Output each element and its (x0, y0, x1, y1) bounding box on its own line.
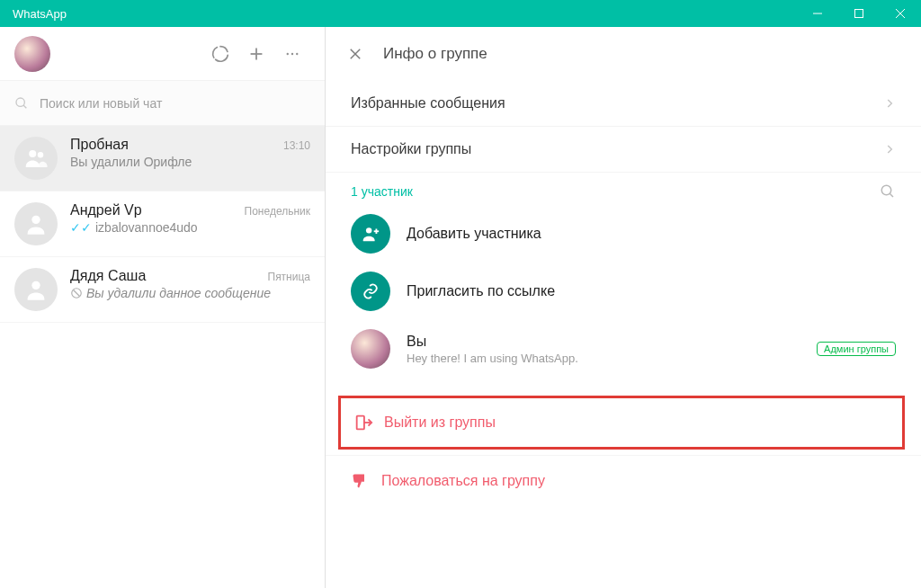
new-chat-icon[interactable] (238, 44, 274, 64)
sidebar-header (0, 27, 325, 81)
report-group-label: Пожаловаться на группу (381, 473, 545, 489)
titlebar: WhatsApp (0, 0, 921, 27)
close-window-button[interactable] (880, 0, 921, 27)
starred-messages-row[interactable]: Избранные сообщения (326, 81, 921, 126)
chat-name: Пробная (70, 137, 129, 153)
app-title: WhatsApp (13, 7, 67, 21)
chat-item[interactable]: Дядя Саша Пятница Вы удалили данное сооб… (0, 257, 325, 323)
svg-point-11 (29, 150, 36, 157)
window-controls (797, 0, 921, 27)
status-icon[interactable] (202, 45, 238, 63)
exit-group-row[interactable]: Выйти из группы (341, 398, 902, 447)
chat-time: Понедельник (245, 205, 310, 218)
current-user-avatar[interactable] (14, 36, 50, 72)
search-icon (14, 96, 40, 111)
chat-subtitle: Вы удалили данное сообщение (70, 286, 310, 300)
exit-group-highlight: Выйти из группы (338, 396, 905, 450)
group-settings-label: Настройки группы (351, 141, 471, 157)
chat-name: Андрей Vp (70, 202, 142, 218)
chat-item[interactable]: Пробная 13:10 Вы удалили Орифле (0, 126, 325, 192)
info-header: Инфо о группе (326, 27, 921, 81)
svg-line-20 (890, 193, 893, 197)
svg-point-14 (31, 281, 40, 290)
svg-point-19 (881, 185, 891, 195)
thumbs-down-icon (351, 472, 381, 490)
add-participant-icon (351, 214, 390, 254)
svg-point-12 (38, 152, 44, 158)
invite-link-row[interactable]: Пригласить по ссылке (326, 263, 921, 320)
close-info-button[interactable] (347, 46, 383, 62)
participants-count: 1 участник (351, 184, 413, 199)
group-settings-row[interactable]: Настройки группы (326, 126, 921, 172)
report-group-row[interactable]: Пожаловаться на группу (326, 455, 921, 506)
blocked-icon (70, 287, 83, 299)
add-participant-row[interactable]: Добавить участника (326, 205, 921, 263)
exit-group-label: Выйти из группы (384, 414, 496, 431)
sidebar: Поиск или новый чат Пробная 13:10 Вы уда… (0, 27, 326, 588)
svg-point-21 (366, 227, 371, 233)
chevron-right-icon (883, 97, 896, 110)
you-status: Hey there! I am using WhatsApp. (407, 352, 817, 365)
search-placeholder: Поиск или новый чат (40, 96, 162, 111)
chat-item[interactable]: Андрей Vp Понедельник ✓✓ izbalovannoe4ud… (0, 192, 325, 257)
chat-subtitle: ✓✓ izbalovannoe4udo (70, 220, 310, 235)
group-avatar-icon (14, 137, 58, 180)
main-area: Поиск или новый чат Пробная 13:10 Вы уда… (0, 27, 921, 588)
group-info-panel: Инфо о группе Избранные сообщения Настро… (326, 27, 921, 588)
search-row[interactable]: Поиск или новый чат (0, 81, 325, 126)
participants-header: 1 участник (326, 172, 921, 205)
app-window: WhatsApp (0, 0, 921, 588)
minimize-button[interactable] (797, 0, 838, 27)
svg-line-16 (74, 290, 80, 297)
maximize-button[interactable] (838, 0, 880, 27)
chevron-right-icon (883, 143, 896, 156)
person-avatar-icon (14, 202, 58, 245)
svg-point-13 (31, 216, 40, 224)
add-participant-label: Добавить участника (407, 226, 896, 242)
starred-messages-label: Избранные сообщения (351, 95, 505, 111)
svg-point-8 (296, 52, 298, 54)
chat-name: Дядя Саша (70, 268, 146, 284)
search-participants-icon[interactable] (880, 183, 896, 200)
svg-point-7 (291, 52, 293, 54)
menu-icon[interactable] (274, 46, 310, 62)
admin-badge: Админ группы (817, 342, 896, 356)
svg-rect-1 (855, 10, 863, 18)
invite-link-label: Пригласить по ссылке (407, 283, 896, 299)
you-label: Вы (407, 334, 817, 350)
double-check-icon: ✓✓ (70, 220, 92, 235)
you-avatar (351, 329, 390, 369)
svg-point-9 (16, 98, 24, 106)
info-scroll[interactable]: Избранные сообщения Настройки группы 1 у… (326, 81, 921, 588)
svg-point-6 (287, 52, 289, 54)
person-avatar-icon (14, 268, 58, 311)
chat-time: Пятница (268, 271, 311, 283)
chat-time: 13:10 (283, 139, 310, 152)
svg-line-10 (23, 105, 26, 108)
chat-subtitle: Вы удалили Орифле (70, 155, 310, 169)
participant-you-row[interactable]: Вы Hey there! I am using WhatsApp. Админ… (326, 320, 921, 378)
info-title: Инфо о группе (383, 45, 487, 63)
link-icon (351, 272, 390, 311)
svg-rect-24 (357, 416, 364, 430)
exit-icon (353, 413, 384, 432)
